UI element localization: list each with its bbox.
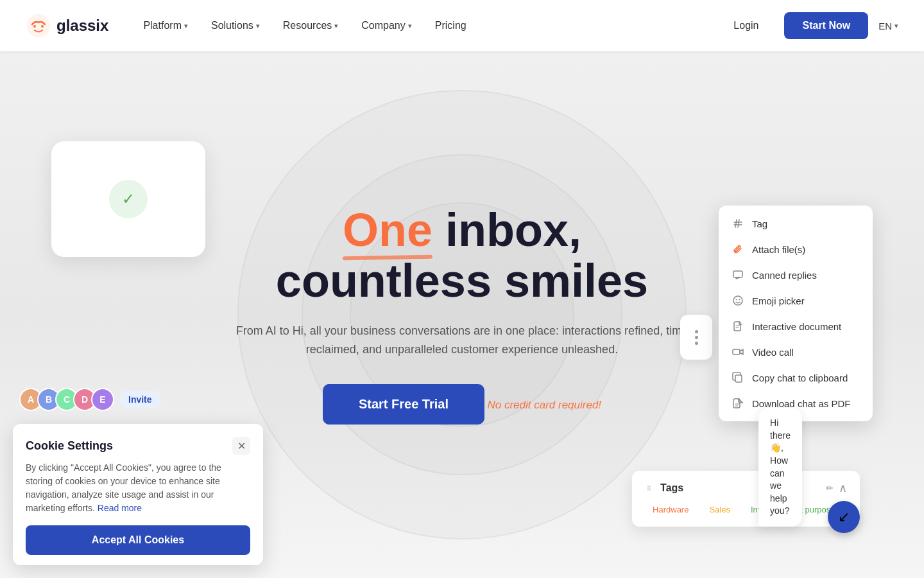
chevron-down-icon: ▾ [894, 22, 898, 30]
hero-title: One inbox, countless smiles [212, 205, 712, 306]
menu-item-attach[interactable]: Attach file(s) [719, 236, 873, 262]
check-card: ✓ [51, 141, 205, 257]
cookie-banner: Cookie Settings ✕ By clicking "Accept Al… [13, 424, 263, 565]
start-free-trial-button[interactable]: Start Free Trial [323, 384, 484, 425]
menu-item-document[interactable]: Interactive document [719, 313, 873, 339]
cookie-body: By clicking "Accept All Cookies", you ag… [26, 461, 250, 515]
nav-platform[interactable]: Platform ▾ [134, 15, 197, 37]
menu-item-emoji[interactable]: Emoji picker [719, 288, 873, 313]
cookie-title: Cookie Settings [26, 439, 113, 453]
collapse-icon[interactable]: ∧ [839, 481, 847, 495]
tags-list: Hardware Sales Invoice for tax purposes [645, 503, 847, 516]
menu-item-canned[interactable]: Canned replies [719, 262, 873, 288]
menu-item-tag[interactable]: Tag [719, 211, 873, 236]
chat-line2: How can we help you? [770, 455, 791, 518]
svg-point-1 [33, 25, 36, 28]
svg-point-4 [733, 296, 742, 305]
dot [695, 342, 698, 345]
chevron-down-icon: ▾ [408, 22, 412, 30]
svg-point-5 [736, 299, 737, 301]
pdf-icon [732, 397, 744, 410]
avatar-group: A B C D E [19, 388, 114, 411]
emoji-icon [732, 294, 744, 307]
chevron-down-icon: ▾ [184, 22, 188, 30]
logo-text: glassix [56, 17, 108, 35]
accept-all-cookies-button[interactable]: Accept All Cookies [26, 525, 250, 555]
context-menu: Tag Attach file(s) Canned replies Emoji … [719, 206, 873, 421]
tag-hardware[interactable]: Hardware [645, 503, 696, 516]
tag-sales[interactable]: Sales [701, 503, 738, 516]
chevron-down-icon: ▾ [256, 22, 260, 30]
invite-card: A B C D E Invite [19, 388, 161, 411]
nav-pricing[interactable]: Pricing [426, 15, 475, 37]
chevron-down-icon: ▾ [334, 22, 338, 30]
svg-rect-9 [735, 375, 742, 382]
nav-links: Platform ▾ Solutions ▾ Resources ▾ Compa… [134, 15, 718, 37]
check-circle: ✓ [109, 180, 148, 218]
login-button[interactable]: Login [718, 13, 774, 38]
dot [695, 330, 698, 333]
cookie-header: Cookie Settings ✕ [26, 437, 250, 455]
document-icon [732, 320, 744, 333]
svg-point-0 [27, 14, 50, 37]
svg-point-2 [41, 25, 44, 28]
three-dots-menu[interactable] [680, 315, 712, 360]
svg-point-15 [649, 487, 651, 489]
svg-point-14 [649, 486, 651, 487]
nav-solutions[interactable]: Solutions ▾ [202, 15, 269, 37]
tags-card: Tags ✏ ∧ Hardware Sales Invoice for tax … [632, 471, 860, 527]
svg-rect-3 [733, 271, 742, 277]
svg-point-6 [739, 299, 740, 301]
language-selector[interactable]: EN ▾ [878, 21, 898, 31]
paperclip-icon [732, 243, 744, 256]
hero-title-highlight: One [343, 204, 432, 256]
svg-point-11 [647, 486, 649, 487]
no-cc-text: No credit card required! [487, 399, 601, 412]
hash-icon [732, 217, 744, 230]
drag-icon [645, 483, 655, 493]
edit-icon[interactable]: ✏ [826, 483, 834, 493]
svg-point-12 [647, 487, 649, 489]
invite-button[interactable]: Invite [119, 390, 161, 408]
hero-subtitle: From AI to Hi, all your business convers… [212, 322, 712, 359]
avatar: E [91, 388, 114, 411]
logo-icon [26, 13, 51, 39]
hero-content: One inbox, countless smiles From AI to H… [212, 205, 712, 425]
cookie-close-button[interactable]: ✕ [232, 437, 250, 455]
chat-bubble: Hi there 👋, How can we help you? [758, 408, 802, 527]
menu-item-copy-chat[interactable]: Copy chat to clipboard [719, 365, 873, 390]
dot [695, 336, 698, 339]
copy-icon [732, 371, 744, 384]
nav-company[interactable]: Company ▾ [352, 15, 420, 37]
nav-right: Login Start Now EN ▾ [718, 12, 898, 39]
chat-line1: Hi there 👋, [770, 417, 791, 455]
cookie-read-more-link[interactable]: Read more [98, 503, 142, 513]
tags-header: Tags ✏ ∧ [645, 481, 847, 495]
svg-point-16 [649, 489, 651, 491]
reply-icon [732, 268, 744, 281]
svg-point-13 [647, 489, 649, 491]
start-now-button[interactable]: Start Now [784, 12, 868, 39]
menu-item-video[interactable]: Video call [719, 339, 873, 365]
nav-resources[interactable]: Resources ▾ [274, 15, 347, 37]
video-icon [732, 346, 744, 358]
chat-avatar-button[interactable]: ↙ [828, 501, 860, 533]
navbar: glassix Platform ▾ Solutions ▾ Resources… [0, 0, 924, 51]
svg-rect-8 [733, 349, 740, 355]
logo[interactable]: glassix [26, 13, 108, 39]
